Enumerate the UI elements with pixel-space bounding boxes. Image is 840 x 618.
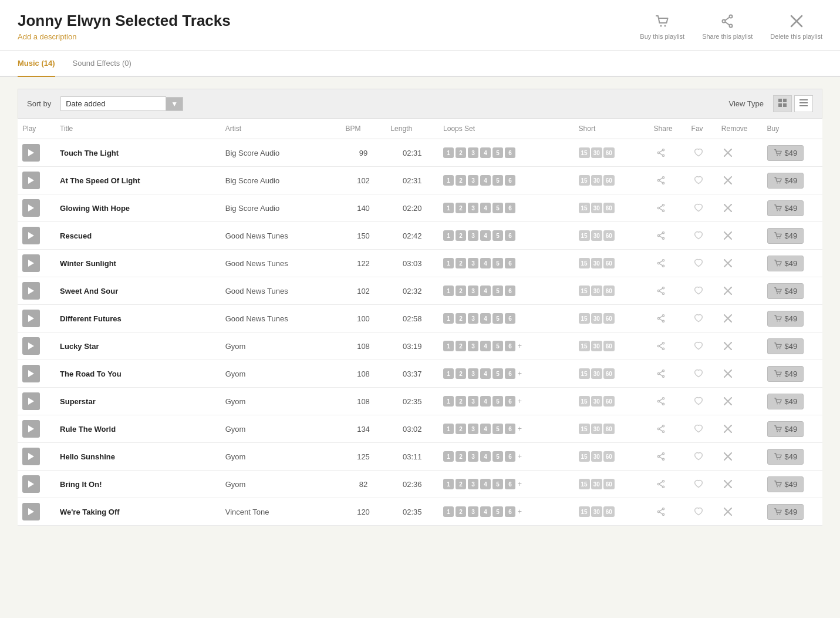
play-button[interactable] — [22, 365, 40, 382]
play-button[interactable] — [22, 227, 40, 244]
short-badge[interactable]: 30 — [591, 258, 602, 268]
remove-track-button[interactable] — [721, 396, 734, 407]
short-badge[interactable]: 60 — [603, 341, 615, 351]
loop-badge[interactable]: 1 — [443, 424, 454, 434]
play-button[interactable] — [22, 337, 40, 355]
short-badge[interactable]: 15 — [579, 203, 590, 213]
play-button[interactable] — [22, 172, 40, 189]
play-button[interactable] — [22, 448, 40, 465]
short-badge[interactable]: 60 — [603, 230, 615, 241]
buy-track-button[interactable]: $49 — [767, 283, 804, 299]
loop-badge[interactable]: 6 — [505, 313, 515, 324]
short-badge[interactable]: 60 — [603, 368, 615, 379]
share-track-button[interactable] — [654, 395, 668, 407]
play-button[interactable] — [22, 254, 40, 272]
share-track-button[interactable] — [654, 368, 668, 379]
short-badge[interactable]: 15 — [579, 506, 590, 517]
short-badge[interactable]: 15 — [579, 396, 590, 407]
loop-badge[interactable]: 6 — [505, 175, 515, 186]
loop-badge[interactable]: 5 — [492, 230, 503, 241]
play-button[interactable] — [22, 392, 40, 410]
short-badge[interactable]: 15 — [579, 286, 590, 296]
remove-track-button[interactable] — [721, 368, 734, 379]
loop-badge[interactable]: 3 — [468, 396, 478, 407]
loop-badge[interactable]: 5 — [492, 147, 503, 158]
loop-badge[interactable]: 4 — [480, 313, 491, 324]
favorite-track-button[interactable] — [691, 174, 706, 186]
loop-badge[interactable]: 6 — [505, 147, 515, 158]
loop-badge[interactable]: 1 — [443, 258, 454, 268]
loop-badge[interactable]: 1 — [443, 313, 454, 324]
loop-badge[interactable]: 5 — [492, 203, 503, 213]
remove-track-button[interactable] — [721, 451, 734, 462]
share-track-button[interactable] — [654, 340, 668, 352]
short-badge[interactable]: 15 — [579, 451, 590, 462]
loop-badge[interactable]: 6 — [505, 479, 515, 489]
loop-badge[interactable]: 5 — [492, 424, 503, 434]
remove-track-button[interactable] — [721, 313, 734, 324]
short-badge[interactable]: 30 — [591, 341, 602, 351]
short-badge[interactable]: 15 — [579, 230, 590, 241]
sort-select[interactable]: Date added Title Artist BPM Length — [60, 96, 166, 111]
favorite-track-button[interactable] — [691, 478, 706, 490]
loop-badge[interactable]: 3 — [468, 424, 478, 434]
share-track-button[interactable] — [654, 147, 668, 159]
buy-track-button[interactable]: $49 — [767, 394, 804, 409]
play-button[interactable] — [22, 475, 40, 493]
loop-badge[interactable]: 2 — [456, 479, 466, 489]
share-track-button[interactable] — [654, 230, 668, 241]
short-badge[interactable]: 30 — [591, 147, 602, 158]
share-track-button[interactable] — [654, 202, 668, 214]
buy-track-button[interactable]: $49 — [767, 256, 804, 271]
play-button[interactable] — [22, 420, 40, 438]
buy-track-button[interactable]: $49 — [767, 449, 804, 465]
loop-badge[interactable]: 4 — [480, 506, 491, 517]
buy-track-button[interactable]: $49 — [767, 228, 804, 244]
loop-badge[interactable]: 3 — [468, 479, 478, 489]
loop-badge[interactable]: 2 — [456, 368, 466, 379]
loop-badge[interactable]: 1 — [443, 479, 454, 489]
loop-badge[interactable]: 3 — [468, 258, 478, 268]
remove-track-button[interactable] — [721, 175, 734, 186]
sort-dropdown-arrow[interactable]: ▼ — [166, 97, 183, 111]
loop-badge[interactable]: 3 — [468, 506, 478, 517]
loop-badge[interactable]: 2 — [456, 424, 466, 434]
short-badge[interactable]: 15 — [579, 424, 590, 434]
loop-badge[interactable]: 5 — [492, 451, 503, 462]
loop-badge[interactable]: 4 — [480, 341, 491, 351]
short-badge[interactable]: 15 — [579, 258, 590, 268]
loop-badge[interactable]: 6 — [505, 230, 515, 241]
description-link[interactable]: Add a description — [18, 32, 76, 41]
loop-badge[interactable]: 3 — [468, 313, 478, 324]
short-badge[interactable]: 60 — [603, 175, 615, 186]
remove-track-button[interactable] — [721, 147, 734, 158]
loop-badge[interactable]: 3 — [468, 368, 478, 379]
loop-badge[interactable]: 3 — [468, 203, 478, 213]
remove-track-button[interactable] — [721, 479, 734, 489]
short-badge[interactable]: 30 — [591, 396, 602, 407]
loop-badge[interactable]: 6 — [505, 396, 515, 407]
loop-badge[interactable]: 1 — [443, 230, 454, 241]
loop-badge[interactable]: 6 — [505, 286, 515, 296]
loop-badge[interactable]: 6 — [505, 368, 515, 379]
favorite-track-button[interactable] — [691, 423, 706, 435]
loop-badge[interactable]: 1 — [443, 286, 454, 296]
share-track-button[interactable] — [654, 285, 668, 297]
short-badge[interactable]: 30 — [591, 424, 602, 434]
loop-badge[interactable]: 6 — [505, 424, 515, 434]
loop-badge[interactable]: 4 — [480, 286, 491, 296]
share-track-button[interactable] — [654, 257, 668, 269]
loop-badge[interactable]: 4 — [480, 451, 491, 462]
loop-badge[interactable]: 5 — [492, 341, 503, 351]
short-badge[interactable]: 30 — [591, 175, 602, 186]
loop-badge[interactable]: 4 — [480, 175, 491, 186]
loop-badge[interactable]: 4 — [480, 230, 491, 241]
short-badge[interactable]: 15 — [579, 175, 590, 186]
loop-badge[interactable]: 5 — [492, 313, 503, 324]
remove-track-button[interactable] — [721, 203, 734, 213]
short-badge[interactable]: 60 — [603, 396, 615, 407]
loop-badge[interactable]: 6 — [505, 451, 515, 462]
loop-badge[interactable]: 1 — [443, 451, 454, 462]
short-badge[interactable]: 15 — [579, 368, 590, 379]
loop-badge[interactable]: 6 — [505, 341, 515, 351]
